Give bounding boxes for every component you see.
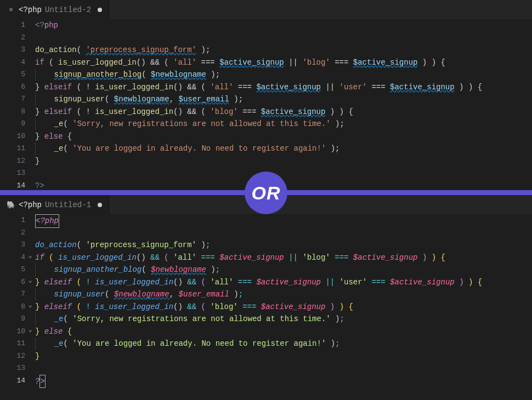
code-line[interactable]: _e( 'You are logged in already. No need …	[35, 142, 532, 155]
line-number[interactable]: 3	[0, 239, 33, 252]
menu-icon: ≡	[7, 5, 15, 14]
code-line[interactable]: signup_user( $newblogname, $user_email )…	[35, 288, 532, 301]
line-number[interactable]: 12	[0, 350, 33, 363]
line-number[interactable]: 5	[0, 264, 33, 276]
tab-language: <?php	[19, 201, 42, 209]
tab-filename: Untitled-1	[45, 201, 91, 209]
line-number[interactable]: 7	[0, 93, 33, 106]
code-line[interactable]: ?>	[35, 375, 532, 387]
code-line[interactable]: if ( is_user_logged_in() && ( 'all' === …	[35, 252, 532, 264]
line-number[interactable]: 7	[0, 288, 33, 301]
dirty-indicator-icon	[98, 8, 102, 12]
line-number[interactable]: 4	[0, 56, 33, 69]
fold-icon[interactable]: ⌄	[26, 253, 34, 260]
code-line[interactable]: do_action( 'preprocess_signup_form' );	[35, 239, 532, 252]
gutter[interactable]: 1234⌄56⌄78⌄910⌄11121314	[0, 214, 33, 387]
cursor: >	[39, 375, 45, 388]
code-line[interactable]	[35, 32, 532, 44]
code-line[interactable]: signup_another_blog( $newblogname );	[35, 264, 532, 276]
fold-icon[interactable]: ⌄	[26, 327, 34, 334]
line-number[interactable]: 12	[0, 155, 33, 168]
editor-top[interactable]: 1234567891011121314 <?phpdo_action( 'pre…	[0, 19, 532, 192]
line-number[interactable]: 5	[0, 68, 33, 81]
fold-icon[interactable]: ⌄	[26, 277, 34, 285]
line-number[interactable]: 6	[0, 81, 33, 94]
code-line[interactable]: } else {	[35, 130, 532, 143]
code-line[interactable]: <?php	[35, 19, 532, 32]
tab-untitled-1[interactable]: 🐘 <?php Untitled-1	[0, 195, 109, 214]
code-line[interactable]: } else {	[35, 325, 532, 338]
line-number[interactable]: 8	[0, 106, 33, 118]
tab-bar: ≡ <?php Untitled-2	[0, 0, 532, 19]
gutter[interactable]: 1234567891011121314	[0, 19, 33, 192]
code-area[interactable]: <?phpdo_action( 'preprocess_signup_form'…	[33, 19, 532, 192]
line-number[interactable]: 1	[0, 19, 33, 32]
tab-filename: Untitled-2	[45, 5, 91, 14]
line-number[interactable]: 11	[0, 142, 33, 155]
code-line[interactable]	[35, 227, 532, 239]
code-line[interactable]: }	[35, 155, 532, 168]
line-number[interactable]: 13	[0, 167, 33, 180]
line-number[interactable]: 11	[0, 338, 33, 350]
php-icon: 🐘	[7, 201, 15, 209]
code-line[interactable]	[35, 362, 532, 375]
line-number[interactable]: 3	[0, 44, 33, 56]
line-number[interactable]: 2	[0, 32, 33, 44]
editor-pane-bottom: 🐘 <?php Untitled-1 1234⌄56⌄78⌄910⌄111213…	[0, 195, 532, 387]
editor-pane-top: ≡ <?php Untitled-2 1234567891011121314 <…	[0, 0, 532, 193]
code-line[interactable]: }	[35, 350, 532, 363]
fold-icon[interactable]: ⌄	[26, 302, 34, 310]
line-number[interactable]: 4⌄	[0, 252, 33, 264]
line-number[interactable]: 6⌄	[0, 276, 33, 289]
line-number[interactable]: 13	[0, 362, 33, 375]
code-line[interactable]: _e( 'Sorry, new registrations are not al…	[35, 313, 532, 325]
code-line[interactable]: } elseif ( ! is_user_logged_in() && ( 'b…	[35, 301, 532, 313]
editor-bottom[interactable]: 1234⌄56⌄78⌄910⌄11121314 <?phpdo_action( …	[0, 214, 532, 387]
code-line[interactable]: _e( 'Sorry, new registrations are not al…	[35, 118, 532, 130]
code-area[interactable]: <?phpdo_action( 'preprocess_signup_form'…	[33, 214, 532, 387]
code-line[interactable]: signup_another_blog( $newblogname );	[35, 68, 532, 81]
line-number[interactable]: 10⌄	[0, 325, 33, 338]
code-line[interactable]	[35, 167, 532, 180]
code-line[interactable]: } elseif ( ! is_user_logged_in() && ( 'a…	[35, 81, 532, 94]
line-number[interactable]: 10	[0, 130, 33, 143]
line-number[interactable]: 14	[0, 375, 33, 387]
code-line[interactable]: do_action( 'preprocess_signup_form' );	[35, 44, 532, 56]
code-line[interactable]: <?php	[35, 214, 532, 227]
line-number[interactable]: 9	[0, 118, 33, 130]
line-number[interactable]: 2	[0, 227, 33, 239]
code-line[interactable]: _e( 'You are logged in already. No need …	[35, 338, 532, 350]
cursor: <?php	[35, 214, 59, 228]
line-number[interactable]: 8⌄	[0, 301, 33, 313]
or-badge: OR	[245, 172, 287, 214]
tab-untitled-2[interactable]: ≡ <?php Untitled-2	[0, 0, 109, 19]
code-line[interactable]: if ( is_user_logged_in() && ( 'all' === …	[35, 56, 532, 69]
line-number[interactable]: 9	[0, 313, 33, 325]
tab-language: <?php	[19, 5, 42, 14]
code-line[interactable]: } elseif ( ! is_user_logged_in() && ( 'b…	[35, 106, 532, 118]
code-line[interactable]: } elseif ( ! is_user_logged_in() && ( 'a…	[35, 276, 532, 289]
dirty-indicator-icon	[98, 203, 102, 207]
line-number[interactable]: 1	[0, 214, 33, 227]
code-line[interactable]: signup_user( $newblogname, $user_email )…	[35, 93, 532, 106]
